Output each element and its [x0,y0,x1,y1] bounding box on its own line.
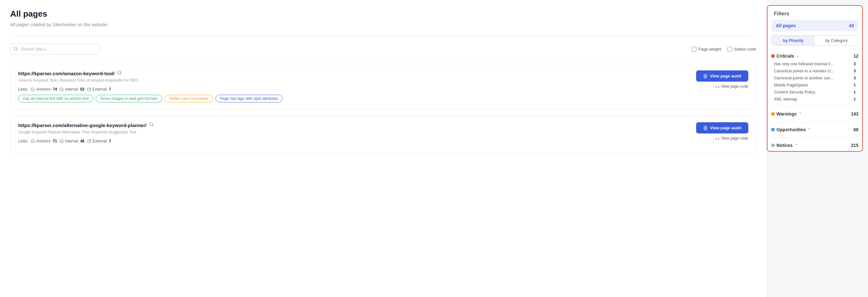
filter-section-opportunities: Opportunities ⌃ 68 [768,124,862,136]
notices-header[interactable]: Notices ⌃ 215 [771,140,859,150]
sidebar-divider-2 [771,122,859,122]
warning-dot [771,112,775,116]
warnings-chevron: ⌃ [799,112,801,116]
all-pages-filter[interactable]: All pages 43 [771,20,859,31]
filters-sidebar: Filters All pages 43 by Priority by Cate… [767,5,863,152]
svg-point-0 [14,47,17,50]
filter-item-5[interactable]: Content Security Policy 1 [771,89,859,96]
links-row-2: Links: Anchors: 71 Internal: 48 External… [18,139,696,143]
status-code-checkbox[interactable] [727,47,732,52]
page-desc-1: Amazon Keyword Tool | Research Tons of A… [18,78,696,83]
tags-row-1: Has an internal link with no anchor text… [18,95,696,102]
view-page-audit-button-2[interactable]: View page audit [696,122,748,133]
svg-point-14 [150,123,153,126]
svg-point-2 [118,71,121,74]
page-title: All pages [10,9,756,19]
criticals-items: Has only one followed internal li... 3 C… [771,60,859,103]
tag-no-anchor[interactable]: Has an internal link with no anchor text [18,95,93,102]
sidebar-divider-3 [771,137,859,138]
filter-item-1[interactable]: Has only one followed internal li... 3 [771,60,859,67]
tab-by-category[interactable]: by Category [815,35,858,46]
opportunity-dot [771,128,775,131]
filter-item-6[interactable]: XML sitemap 1 [771,96,859,103]
tag-style-attrs[interactable]: Page has tags with style attributes [215,95,283,102]
page-actions-1: View page audit View page code [696,70,748,89]
all-pages-count: 43 [849,23,854,28]
page-url-1[interactable]: https://kparser.com/amazon-keyword-tool/ [18,71,115,76]
view-page-code-button-1[interactable]: View page code [715,84,748,89]
filter-section-warnings: Warnings ⌃ 143 [768,108,862,120]
filter-item-2[interactable]: Canonical points to a noindex U... 3 [771,67,859,75]
page-url-2[interactable]: https://kparser.com/alternative-google-k… [18,123,147,128]
sidebar-divider-1 [771,106,859,106]
svg-line-9 [89,88,91,89]
status-code-checkbox-label[interactable]: Status code [727,47,756,52]
filters-header: Filters [768,6,862,20]
notices-chevron: ⌃ [795,143,798,148]
tag-next-gen[interactable]: Serve images in next gen formats [96,95,162,102]
search-icon [13,47,18,52]
svg-line-15 [152,125,153,126]
search-url-icon-1[interactable] [117,70,122,76]
search-input[interactable] [10,43,100,55]
page-card-1: https://kparser.com/amazon-keyword-tool/… [10,64,756,109]
filter-tabs: by Priority by Category [771,35,859,46]
checkbox-group: Page weight Status code [692,47,756,52]
notice-dot [771,144,775,147]
svg-line-3 [120,73,121,75]
tab-by-priority[interactable]: by Priority [772,35,815,46]
filter-item-3[interactable]: Canonical points to another can... 3 [771,75,859,82]
page-weight-checkbox[interactable] [692,47,696,52]
svg-line-21 [89,140,91,141]
opportunities-header[interactable]: Opportunities ⌃ 68 [771,124,859,134]
all-pages-label: All pages [776,23,796,28]
view-page-code-button-2[interactable]: View page code [715,136,748,141]
search-url-icon-2[interactable] [149,122,154,128]
search-input-wrap [10,43,100,55]
criticals-chevron: ⌄ [796,54,799,58]
page-subtitle: All pages crawled by Sitechecker on this… [10,22,756,27]
svg-line-1 [17,50,18,51]
tag-twitter[interactable]: Twitter card incomplete [164,95,213,102]
page-weight-checkbox-label[interactable]: Page weight [692,47,721,52]
filter-section-notices: Notices ⌃ 215 [768,140,862,151]
search-bar-row: Page weight Status code [10,43,756,55]
filter-item-4[interactable]: Mobile PageSpeed 1 [771,82,859,89]
filter-section-criticals: Criticals ⌄ 12 Has only one followed int… [768,50,862,104]
page-actions-2: View page audit View page code [696,122,748,141]
links-row-1: Links: Anchors: 74 Internal: 53 External… [18,87,696,92]
page-card-2: https://kparser.com/alternative-google-k… [10,116,756,153]
warnings-header[interactable]: Warnings ⌃ 143 [771,108,859,118]
page-desc-2: Google Keyword Planner Alternative: Free… [18,130,696,135]
opportunities-chevron: ⌃ [808,128,811,132]
critical-dot [771,54,775,58]
section-divider [10,36,756,36]
criticals-header[interactable]: Criticals ⌄ 12 [771,50,859,60]
view-page-audit-button-1[interactable]: View page audit [696,70,748,82]
